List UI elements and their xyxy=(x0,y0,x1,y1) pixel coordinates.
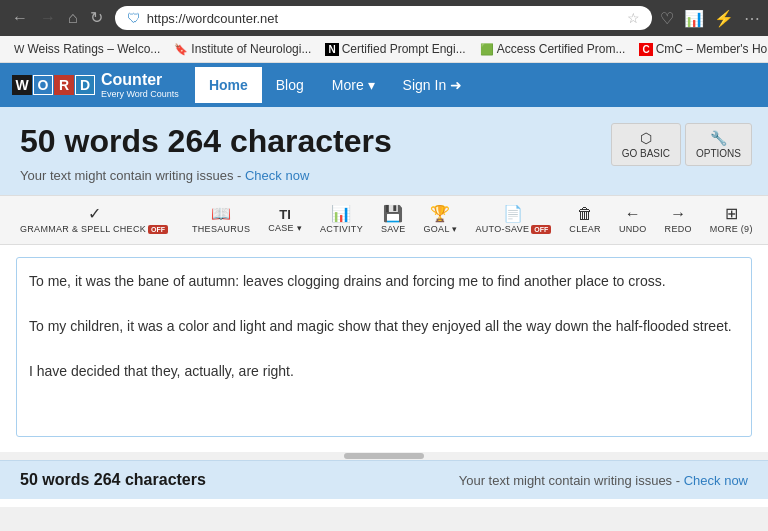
logo-r: R xyxy=(54,75,74,95)
extensions-icon[interactable]: ⚡ xyxy=(714,9,734,28)
bookmark-cmc[interactable]: C CmC – Member's Ho... xyxy=(633,40,768,58)
address-bar[interactable]: 🛡 https://wordcounter.net ☆ xyxy=(115,6,652,30)
prompt-label: Certified Prompt Engi... xyxy=(342,42,466,56)
logo-letters: W O R D xyxy=(12,75,95,95)
weiss-icon: W xyxy=(14,43,24,55)
access-icon: 🟩 xyxy=(480,43,494,56)
options-icon: 🔧 xyxy=(710,130,727,146)
site-navigation: W O R D Counter Every Word Counts Home B… xyxy=(0,63,768,107)
stats-header: 50 words 264 characters Your text might … xyxy=(0,107,768,195)
redo-icon: → xyxy=(670,206,686,222)
scrollbar-thumb[interactable] xyxy=(344,453,424,459)
favorites-icon[interactable]: ♡ xyxy=(660,9,674,28)
grammar-label: GRAMMAR & SPELL CHECK xyxy=(20,224,146,234)
case-button[interactable]: TI CASE ▾ xyxy=(260,204,310,237)
url-text: https://wordcounter.net xyxy=(147,11,621,26)
clear-icon: 🗑 xyxy=(577,206,593,222)
main-nav: Home Blog More ▾ Sign In ➜ xyxy=(195,67,476,103)
autosave-button[interactable]: 📄 AUTO-SAVE OFF xyxy=(467,202,559,238)
more-label: MORE (9) xyxy=(710,224,753,234)
nav-buttons: ← → ⌂ ↻ xyxy=(8,8,107,28)
footer-issues-prefix: Your text might contain writing issues - xyxy=(459,473,680,488)
menu-icon[interactable]: ⋯ xyxy=(744,9,760,28)
toolbar: ✓ GRAMMAR & SPELL CHECK OFF 📖 THESAURUS … xyxy=(0,195,768,245)
logo-text: Counter Every Word Counts xyxy=(101,71,179,99)
grammar-label-row: GRAMMAR & SPELL CHECK OFF xyxy=(20,224,168,234)
footer-issues: Your text might contain writing issues -… xyxy=(459,473,748,488)
clear-label: CLEAR xyxy=(569,224,601,234)
more-button[interactable]: ⊞ MORE (9) xyxy=(702,202,761,238)
issues-prefix: Your text might contain writing issues - xyxy=(20,168,241,183)
thesaurus-button[interactable]: 📖 THESAURUS xyxy=(184,202,258,238)
grammar-spell-check-button[interactable]: ✓ GRAMMAR & SPELL CHECK OFF xyxy=(12,202,176,238)
main-textarea[interactable]: To me, it was the bane of autumn: leaves… xyxy=(16,257,752,437)
browser-actions: ♡ 📊 ⚡ ⋯ xyxy=(660,9,760,28)
undo-icon: ← xyxy=(625,206,641,222)
nav-blog[interactable]: Blog xyxy=(262,67,318,103)
undo-button[interactable]: ← UNDO xyxy=(611,202,655,238)
stats-actions: ⬡ GO BASIC 🔧 OPTIONS xyxy=(611,123,752,166)
logo-tagline: Every Word Counts xyxy=(101,89,179,99)
logo-counter: Counter xyxy=(101,71,162,88)
activity-button[interactable]: 📊 ACTIVITY xyxy=(312,202,371,238)
case-icon: TI xyxy=(279,208,291,221)
goal-icon: 🏆 xyxy=(430,206,450,222)
autosave-label-row: AUTO-SAVE OFF xyxy=(475,224,551,234)
save-icon: 💾 xyxy=(383,206,403,222)
home-button[interactable]: ⌂ xyxy=(64,8,82,28)
autosave-label: AUTO-SAVE xyxy=(475,224,529,234)
scrollbar-area xyxy=(0,452,768,460)
bookmark-neuro[interactable]: 🔖 Institute of Neurologi... xyxy=(168,40,317,58)
bookmark-star-icon[interactable]: ☆ xyxy=(627,10,640,26)
forward-button[interactable]: → xyxy=(36,8,60,28)
nav-more[interactable]: More ▾ xyxy=(318,67,389,103)
check-now-link[interactable]: Check now xyxy=(245,168,309,183)
weiss-label: Weiss Ratings – Welco... xyxy=(27,42,160,56)
cmc-icon: C xyxy=(639,43,652,56)
go-basic-icon: ⬡ xyxy=(640,130,652,146)
logo-o: O xyxy=(33,75,53,95)
footer-bar: 50 words 264 characters Your text might … xyxy=(0,460,768,499)
autosave-icon: 📄 xyxy=(503,206,523,222)
reload-button[interactable]: ↻ xyxy=(86,8,107,28)
go-basic-label: GO BASIC xyxy=(622,148,670,159)
site-logo[interactable]: W O R D Counter Every Word Counts xyxy=(12,63,179,107)
access-label: Access Certified Prom... xyxy=(497,42,626,56)
redo-label: REDO xyxy=(665,224,692,234)
neuro-label: Institute of Neurologi... xyxy=(191,42,311,56)
options-label: OPTIONS xyxy=(696,148,741,159)
back-button[interactable]: ← xyxy=(8,8,32,28)
text-area-container: To me, it was the bane of autumn: leaves… xyxy=(0,245,768,452)
logo-w: W xyxy=(12,75,32,95)
redo-button[interactable]: → REDO xyxy=(657,202,700,238)
save-label: SAVE xyxy=(381,224,406,234)
nav-home[interactable]: Home xyxy=(195,67,262,103)
browser-chrome: ← → ⌂ ↻ 🛡 https://wordcounter.net ☆ ♡ 📊 … xyxy=(0,0,768,36)
save-button[interactable]: 💾 SAVE xyxy=(373,202,414,238)
bookmark-prompt[interactable]: N Certified Prompt Engi... xyxy=(319,40,471,58)
cmc-label: CmC – Member's Ho... xyxy=(656,42,768,56)
main-content: 50 words 264 characters Your text might … xyxy=(0,107,768,507)
thesaurus-label: THESAURUS xyxy=(192,224,250,234)
prompt-icon: N xyxy=(325,43,338,56)
grammar-icon: ✓ xyxy=(88,206,101,222)
go-basic-button[interactable]: ⬡ GO BASIC xyxy=(611,123,681,166)
activity-label: ACTIVITY xyxy=(320,224,363,234)
goal-button[interactable]: 🏆 GOAL ▾ xyxy=(415,202,465,238)
clear-button[interactable]: 🗑 CLEAR xyxy=(561,202,609,238)
thesaurus-icon: 📖 xyxy=(211,206,231,222)
bookmarks-bar: W Weiss Ratings – Welco... 🔖 Institute o… xyxy=(0,36,768,63)
footer-stats: 50 words 264 characters xyxy=(20,471,206,489)
options-button[interactable]: 🔧 OPTIONS xyxy=(685,123,752,166)
case-label: CASE ▾ xyxy=(268,223,302,233)
activity-icon: 📊 xyxy=(331,206,351,222)
bookmark-access[interactable]: 🟩 Access Certified Prom... xyxy=(474,40,632,58)
neuro-icon: 🔖 xyxy=(174,43,188,56)
writing-issues: Your text might contain writing issues -… xyxy=(20,168,748,183)
more-icon: ⊞ xyxy=(725,206,738,222)
footer-check-now-link[interactable]: Check now xyxy=(684,473,748,488)
nav-signin[interactable]: Sign In ➜ xyxy=(389,67,476,103)
collections-icon[interactable]: 📊 xyxy=(684,9,704,28)
bookmark-weiss[interactable]: W Weiss Ratings – Welco... xyxy=(8,40,166,58)
security-shield-icon: 🛡 xyxy=(127,10,141,26)
